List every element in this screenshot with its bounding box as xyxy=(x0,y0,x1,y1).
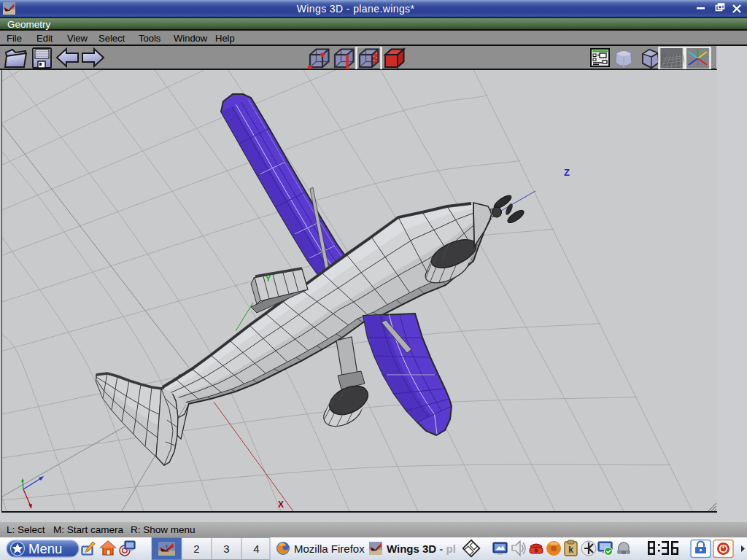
svg-text:Z: Z xyxy=(564,167,570,178)
svg-text:1: 1 xyxy=(163,542,169,554)
svg-text:Wings 3D - pl: Wings 3D - pl xyxy=(387,542,456,555)
svg-text:k: k xyxy=(568,545,573,555)
svg-text:2: 2 xyxy=(193,542,199,555)
svg-text:X: X xyxy=(278,499,284,510)
svg-text:Y: Y xyxy=(266,274,271,283)
svg-text:Menu: Menu xyxy=(28,541,62,556)
svg-text:Mozilla Firefox: Mozilla Firefox xyxy=(294,542,365,555)
svg-text:3: 3 xyxy=(223,542,229,555)
svg-text:4: 4 xyxy=(253,542,259,555)
